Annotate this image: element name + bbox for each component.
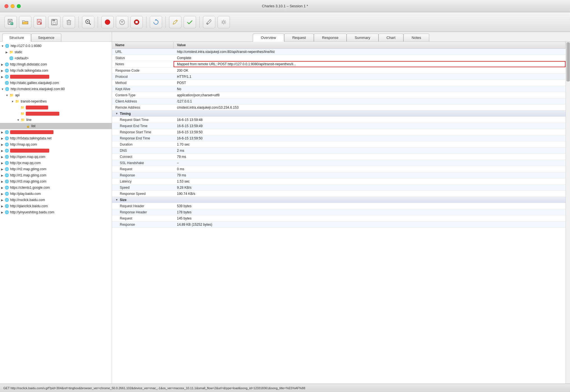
- tree-item-redacted4[interactable]: ▶ 🌐: [0, 129, 112, 135]
- table-row-content-type: Content-Type application/json;charset=ut…: [112, 92, 566, 98]
- tree-item-img6[interactable]: ▶ 🌐 http://img6.didistatic.com: [0, 61, 112, 67]
- tree-item-nsclick[interactable]: ▶ 🌐 http://nsclick.baidu.com: [0, 197, 112, 203]
- section-arrow: ▼: [115, 112, 118, 115]
- globe-icon: 🌐: [4, 130, 9, 134]
- separator-3: [146, 17, 146, 28]
- close-button[interactable]: [4, 4, 8, 8]
- scrollbar-track[interactable]: [566, 42, 570, 384]
- name-cell: Notes: [112, 61, 174, 67]
- edit-button[interactable]: [169, 16, 181, 28]
- value-cell: 14.89 KB (15252 bytes): [174, 221, 566, 227]
- tree-item-prmap[interactable]: ▶ 🌐 http://pr.map.qq.com: [0, 160, 112, 166]
- record-button[interactable]: [101, 16, 114, 28]
- tree-item-yinyue[interactable]: ▶ 🌐 http://yinyueshiting.baidu.com: [0, 209, 112, 215]
- left-panel-tabs: Structure Sequence: [0, 32, 112, 42]
- trash-button[interactable]: [63, 16, 75, 28]
- tree-item-redacted2[interactable]: ▶ 📁: [0, 104, 112, 111]
- name-cell: Response Start Time: [112, 129, 174, 135]
- stop-button[interactable]: [130, 16, 143, 28]
- globe-icon: 🌐: [4, 185, 9, 190]
- tree-label: transit-nepenthes: [21, 99, 47, 103]
- tree-arrow: ▶: [1, 69, 3, 72]
- value-cell: 16-6-15 13:59:50: [174, 129, 566, 135]
- tab-chart[interactable]: Chart: [379, 34, 404, 41]
- save-button[interactable]: [48, 16, 60, 28]
- globe-icon: 🌐: [4, 161, 9, 165]
- tree-item-default[interactable]: ▶ 🌐 <default>: [0, 55, 112, 61]
- tree-arrow: ▶: [1, 155, 3, 158]
- checkmark-button[interactable]: [184, 16, 196, 28]
- gear-button[interactable]: [218, 16, 230, 28]
- table-row-kept-alive: Kept Alive No: [112, 86, 566, 92]
- tab-notes[interactable]: Notes: [403, 34, 429, 41]
- section-arrow: ▼: [115, 198, 118, 201]
- name-cell: Client Address: [112, 98, 174, 104]
- value-cell: 16-6-15 13:59:49: [174, 123, 566, 129]
- tab-request[interactable]: Request: [284, 34, 314, 41]
- tree-item-google[interactable]: ▶ 🌐 https://clients1.google.com: [0, 185, 112, 191]
- value-cell: 145 bytes: [174, 215, 566, 221]
- tree-item-redacted1[interactable]: ▶ 🌐: [0, 74, 112, 80]
- globe-icon: 🌐: [4, 148, 9, 153]
- tree-item-qianclick[interactable]: ▶ 🌐 http://qianclick.baidu.com: [0, 203, 112, 209]
- scrollbar-thumb[interactable]: [566, 42, 570, 81]
- tree-item-host1[interactable]: ▼ 🌐 http://127.0.0.1:8080: [0, 43, 112, 49]
- tree-item-galileo[interactable]: ▶ 🌐 http://static.galileo.xiaojukeji.com: [0, 80, 112, 86]
- tree-item-rt2[interactable]: ▶ 🌐 http://rt2.map.gtimg.com: [0, 166, 112, 172]
- table-row-latency: Latency 1.53 sec: [112, 178, 566, 185]
- open-button[interactable]: [19, 16, 31, 28]
- search-button[interactable]: [82, 16, 94, 28]
- globe-icon: 🌐: [4, 173, 9, 178]
- tree-item-mapqq[interactable]: ▶ 🌐 http://map.qq.com: [0, 141, 112, 148]
- main-content: Structure Sequence ▼ 🌐 http://127.0.0.1:…: [0, 32, 570, 384]
- right-panel-tabs: Overview Request Response Summary Chart …: [112, 32, 570, 42]
- tree-item-cmstest[interactable]: ▼ 🌐 http://cmstest.intra.xiaojukeji.com:…: [0, 86, 112, 92]
- tab-overview[interactable]: Overview: [253, 34, 284, 42]
- tree-arrow: ▶: [1, 211, 3, 214]
- globe-icon: 🌐: [4, 62, 9, 67]
- minimize-button[interactable]: [11, 4, 15, 8]
- tab-structure[interactable]: Structure: [2, 34, 31, 42]
- tree-item-sdk[interactable]: ▶ 🌐 http://sdk.talkingdata.com: [0, 67, 112, 74]
- tree-item-openmap[interactable]: ▶ 🌐 http://open.map.qq.com: [0, 154, 112, 160]
- maximize-button[interactable]: [17, 4, 21, 8]
- tree-arrow: ▶: [1, 180, 3, 183]
- value-cell: 79 ms: [174, 154, 566, 160]
- tree-area: ▼ 🌐 http://127.0.0.1:8080 ▶ 📁 static ▶ 🌐…: [0, 42, 112, 384]
- tree-label: api: [15, 93, 20, 97]
- tree-item-api[interactable]: ▼ 📁 api: [0, 92, 112, 98]
- tree-arrow: ▶: [1, 137, 3, 140]
- tree-item-h5data[interactable]: ▶ 🌐 http://h5data.talkingdata.net: [0, 135, 112, 141]
- value-cell: /127.0.0.1: [174, 98, 566, 104]
- folder-icon: 📁: [20, 105, 25, 110]
- tree-item-transit[interactable]: ▼ 📁 transit-nepenthes: [0, 98, 112, 104]
- tree-item-play[interactable]: ▶ 🌐 http://play.baidu.com: [0, 191, 112, 197]
- tree-item-list[interactable]: ▶ 🔒 list: [0, 123, 112, 129]
- refresh-button[interactable]: [150, 16, 162, 28]
- tree-item-static[interactable]: ▶ 📁 static: [0, 49, 112, 55]
- delete-button[interactable]: [34, 16, 46, 28]
- tab-sequence[interactable]: Sequence: [31, 34, 62, 41]
- globe-icon: 🌐: [4, 74, 9, 79]
- tree-item-redacted5[interactable]: ▶ 🌐: [0, 148, 112, 154]
- table-row-req-size: Request 145 bytes: [112, 215, 566, 221]
- tree-label: <default>: [15, 56, 29, 60]
- name-cell: Request End Time: [112, 123, 174, 129]
- tree-item-rt1[interactable]: ▶ 🌐 http://rt1.map.gtimg.com: [0, 172, 112, 178]
- folder-icon: 📁: [21, 118, 25, 122]
- filter-button[interactable]: [116, 16, 128, 28]
- separator-2: [98, 17, 98, 28]
- tree-item-rt3[interactable]: ▶ 🌐 http://rt3.map.gtimg.com: [0, 178, 112, 185]
- tree-item-line[interactable]: ▼ 📁 line: [0, 117, 112, 123]
- name-cell: URL: [112, 49, 174, 55]
- new-session-button[interactable]: +: [4, 16, 17, 28]
- tree-arrow: ▼: [1, 88, 4, 91]
- name-cell: Duration: [112, 141, 174, 147]
- tab-response[interactable]: Response: [314, 34, 347, 41]
- tree-label: http://h5data.talkingdata.net: [10, 136, 52, 140]
- tree-label: http://nsclick.baidu.com: [10, 198, 45, 202]
- wrench-button[interactable]: [203, 16, 215, 28]
- tree-item-redacted3[interactable]: ▶ 📁: [0, 111, 112, 117]
- value-cell: 1.53 sec: [174, 178, 566, 184]
- tab-summary[interactable]: Summary: [347, 34, 379, 41]
